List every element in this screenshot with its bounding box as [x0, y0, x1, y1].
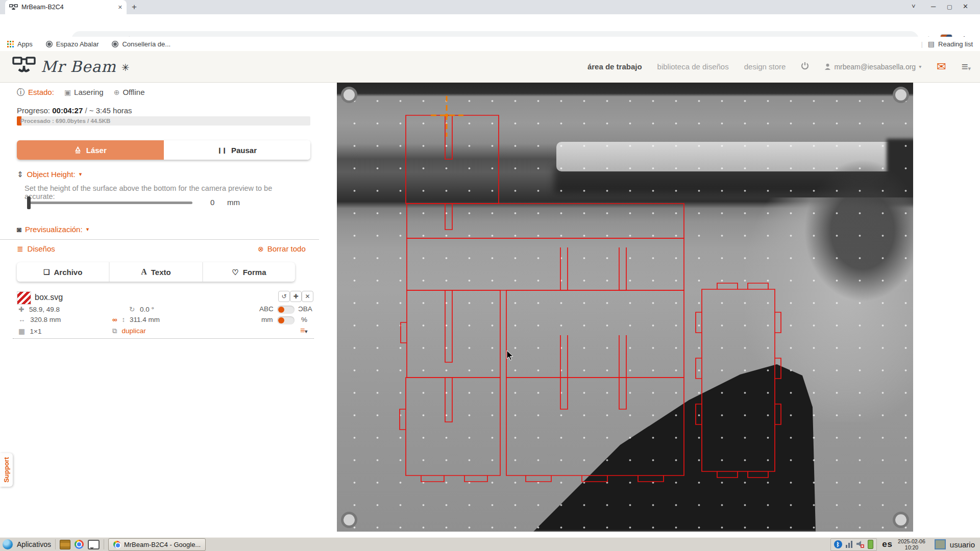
battery-icon[interactable] [868, 540, 873, 549]
clear-all-button[interactable]: ⊗ Borrar todo [258, 244, 306, 253]
applications-menu-icon[interactable] [3, 539, 13, 549]
design-grid[interactable]: 1×1 [30, 328, 42, 335]
design-width[interactable]: 320.8 mm [30, 316, 61, 323]
object-height-value[interactable]: 0 [210, 198, 214, 207]
notes-icon[interactable] [88, 540, 100, 549]
nav-design-store[interactable]: design store [744, 62, 786, 71]
reading-list-button[interactable]: ▤ Reading list [928, 40, 973, 48]
design-thumbnail[interactable] [17, 291, 31, 305]
new-tab-button[interactable]: + [132, 2, 137, 12]
design-filename[interactable]: box.svg [35, 293, 63, 302]
duplicate-icon: ⧉ [112, 327, 117, 335]
taskbar-user[interactable]: usuario [950, 540, 975, 549]
reading-list-icon: ▤ [928, 40, 935, 48]
unit-toggle[interactable] [277, 316, 295, 324]
user-account-menu[interactable]: mrbeam@iesabasella.org ▾ [824, 63, 921, 71]
keyboard-layout[interactable]: es [882, 539, 893, 549]
laser-button[interactable]: Láser [17, 140, 164, 160]
caret-down-icon: ▾ [79, 171, 82, 178]
nav-area-de-trabajo[interactable]: área de trabajo [587, 62, 642, 71]
info-icon[interactable]: ⓘ [17, 88, 25, 96]
browser-toolbar: ← → ↻ ⌂ ⚠ Not secure | 10.250.250.1 ➤ ☆ … [0, 14, 980, 37]
applications-menu[interactable]: Aplicativos [17, 540, 51, 548]
object-height-header[interactable]: ⇕ Object Height: ▾ [17, 170, 82, 179]
bookmark-espazo-abalar[interactable]: Espazo Abalar [46, 40, 99, 48]
mrbeam-glasses-icon [12, 56, 36, 76]
laser-head-icon [74, 146, 82, 154]
flip-label-mirrored: ƆBA [298, 305, 312, 313]
app-header: Mr Beam ✳ área de trabajo biblioteca de … [0, 51, 980, 83]
aspect-link-icon[interactable]: ∞ [112, 316, 117, 323]
user-email: mrbeam@iesabasella.org [834, 63, 916, 71]
add-shape-button[interactable]: ♡ Forma [203, 262, 295, 282]
brand-name: Mr Beam [41, 58, 116, 76]
elapsed-time: 00:04:27 [52, 106, 83, 115]
window-minimize-icon[interactable]: ─ [931, 3, 936, 10]
shape-heart-icon: ♡ [232, 268, 238, 276]
object-height-slider[interactable] [29, 202, 192, 204]
user-switcher-icon[interactable] [935, 539, 946, 549]
taskbar-time: 10:20 [905, 544, 918, 550]
duplicate-button[interactable]: ⧉ duplicar [112, 327, 146, 335]
file-manager-icon[interactable] [60, 540, 70, 549]
support-tab[interactable]: Support [0, 453, 13, 487]
tab-close-icon[interactable]: ✕ [118, 4, 122, 11]
design-cut-paths[interactable] [337, 83, 913, 532]
nav-biblioteca[interactable]: biblioteca de diseños [657, 62, 729, 71]
main-menu-button[interactable]: ≡▾ [962, 60, 971, 73]
chrome-launcher-icon[interactable] [75, 540, 84, 549]
design-height[interactable]: 311.4 mm [130, 316, 160, 323]
file-icon: ❏ [43, 268, 50, 276]
mrbeam-logo[interactable]: Mr Beam ✳ [12, 56, 130, 76]
toggle-knob [278, 307, 284, 313]
object-height-hint: Set the height of the surface above the … [24, 184, 300, 201]
design-item-menu[interactable]: ≡▾ [300, 326, 307, 335]
volume-muted-icon[interactable] [856, 540, 864, 549]
bluetooth-icon[interactable]: ᛒ [834, 540, 842, 548]
bookmark-conselleria[interactable]: Consellería de... [112, 40, 170, 48]
globe-icon [46, 41, 53, 47]
pause-button-label: Pausar [231, 146, 257, 155]
design-position[interactable]: 58.9, 49.8 [29, 306, 60, 313]
design-width-row: ↔ 320.8 mm [18, 316, 61, 323]
messages-envelope-icon[interactable]: ✉ [937, 61, 946, 72]
window-maximize-icon[interactable]: ▢ [947, 4, 952, 10]
pause-button[interactable]: ❙❙ Pausar [164, 140, 311, 160]
power-button[interactable] [801, 62, 809, 72]
window-restore-icon[interactable]: ˅ [912, 3, 916, 10]
designs-label: Diseños [28, 244, 55, 253]
lasering-icon: ▣ [64, 89, 71, 96]
mrbeam-favicon [9, 4, 18, 11]
bookmark-apps[interactable]: Apps [7, 40, 33, 48]
support-label: Support [3, 457, 10, 483]
rotate-icon: ↻ [129, 306, 135, 313]
preview-header[interactable]: ◙ Previsualización: ▾ [17, 225, 89, 234]
design-rotation[interactable]: 0.0 ° [140, 306, 154, 313]
active-window-button[interactable]: MrBeam-B2C4 - Google... [108, 538, 206, 551]
machine-state: Lasering [74, 88, 104, 96]
offline-globe-icon: ⊕ [114, 89, 120, 96]
browser-tab[interactable]: MrBeam-B2C4 ✕ [5, 0, 127, 14]
move-icon: ✚ [18, 306, 24, 313]
delete-design-button[interactable]: ✕ [302, 291, 313, 302]
add-shape-label: Forma [243, 268, 266, 277]
add-text-button[interactable]: A Texto [110, 262, 202, 282]
camera-icon: ◙ [17, 226, 21, 233]
flip-toggle[interactable] [277, 306, 295, 314]
window-close-icon[interactable]: ✕ [963, 3, 968, 10]
bookmarks-bar: Apps Espazo Abalar Consellería de... | ▤… [0, 37, 980, 52]
bookmark-label: Apps [17, 40, 33, 48]
add-file-button[interactable]: ❏ Archivo [17, 262, 109, 282]
clock[interactable]: 2025-02-06 10:20 [898, 538, 925, 550]
caret-down-icon: ▾ [86, 226, 89, 233]
height-arrows-icon: ↕ [121, 316, 125, 323]
job-progress-bar: Procesado : 690.0bytes / 44.5KB [17, 116, 310, 126]
camera-preview[interactable] [337, 83, 913, 532]
slider-handle[interactable] [27, 196, 31, 209]
tab-title: MrBeam-B2C4 [21, 4, 114, 11]
network-signal-icon[interactable] [846, 541, 853, 548]
reset-rotation-button[interactable]: ↺ [278, 291, 290, 302]
apps-grid-icon [7, 41, 14, 47]
move-design-button[interactable]: ✚ [290, 291, 302, 302]
status-row: ⓘ Estado: ▣ Lasering ⊕ Offline [17, 88, 144, 96]
